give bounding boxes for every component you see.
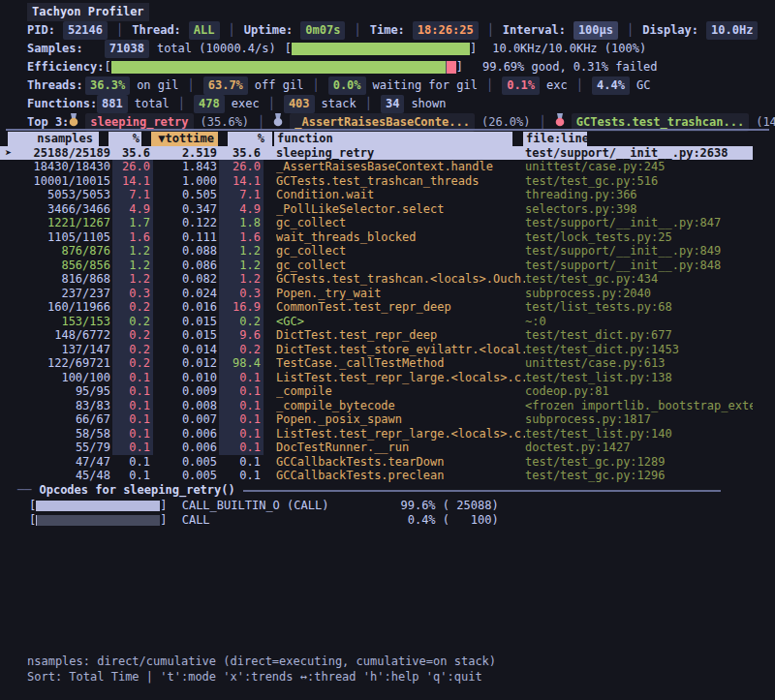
- cell-percent-direct: 14.1: [112, 174, 153, 189]
- cell-percent-cumulative: 0.2: [219, 343, 264, 357]
- cell-percent-direct: 26.0: [112, 160, 153, 174]
- cell-nsamples: 1105/1105: [0, 230, 112, 245]
- cell-gap: [264, 356, 276, 371]
- cell-percent-direct: 1.2: [112, 272, 153, 287]
- samples-line: Samples: 71038 total (10000.4/s) [] 10.0…: [27, 40, 771, 58]
- cell-percent-direct: 0.1: [112, 455, 153, 470]
- cell-percent-direct: 0.1: [112, 469, 153, 483]
- cell-percent-cumulative: 0.1: [219, 371, 264, 385]
- cell-tottime: 0.012: [153, 356, 219, 371]
- cell-percent-cumulative: 0.1: [219, 399, 264, 413]
- opcode-bar: [36, 501, 160, 511]
- cell-function-name: ListTest.test_repr_large.<locals>.c...: [276, 371, 525, 385]
- cell-gap: [264, 174, 276, 189]
- cell-tottime: 0.122: [153, 216, 219, 230]
- table-row[interactable]: 45/480.10.0050.1GCCallbackTests.preclean…: [0, 469, 753, 483]
- cell-tottime: 0.082: [153, 272, 219, 287]
- cell-percent-cumulative: 1.2: [219, 259, 264, 273]
- cell-percent-direct: 0.1: [112, 441, 153, 455]
- cell-nsamples: 25188/25189: [0, 146, 112, 161]
- cell-function-name: wait_threads_blocked: [276, 230, 525, 245]
- table-row[interactable]: 816/8681.20.0821.2GCTests.test_trashcan.…: [0, 272, 753, 287]
- header-pct1[interactable]: %: [108, 132, 141, 146]
- threads-line-label: Threads:: [27, 76, 85, 95]
- cell-function-name: DictTest.test_store_evilattr.<local...: [276, 343, 525, 357]
- table-row[interactable]: 10001/1001514.11.00014.1GCTests.test_tra…: [0, 174, 753, 189]
- table-row[interactable]: 83/830.10.0080.1_compile_bytecode<frozen…: [0, 399, 753, 413]
- cell-nsamples: 47/47: [0, 455, 112, 470]
- cell-function-name: GCCallbackTests.tearDown: [276, 455, 525, 470]
- profiler-screen: Tachyon Profiler PID:52146│Thread:ALL│Up…: [0, 0, 775, 700]
- cell-gap: [264, 469, 276, 483]
- cell-nsamples: 856/856: [0, 259, 112, 273]
- cell-file-line: test/list_tests.py:68: [525, 300, 753, 315]
- table-row[interactable]: 66/670.10.0070.1Popen._posix_spawnsubpro…: [0, 412, 753, 427]
- cell-percent-cumulative: 35.6: [219, 146, 264, 161]
- cell-percent-direct: 0.2: [112, 343, 153, 357]
- cell-tottime: 0.014: [153, 343, 219, 357]
- header-nsamples[interactable]: nsamples: [8, 132, 99, 146]
- cell-percent-direct: 1.7: [112, 216, 153, 230]
- cell-file-line: doctest.py:1427: [525, 441, 753, 455]
- table-row[interactable]: 55/790.10.0060.1DocTestRunner.__rundocte…: [0, 441, 753, 455]
- cell-tottime: 0.505: [153, 188, 219, 202]
- table-row[interactable]: 58/580.10.0060.1ListTest.test_repr_large…: [0, 427, 753, 441]
- separator: │: [576, 76, 583, 95]
- cell-function-name: _AssertRaisesBaseContext.handle: [276, 160, 525, 174]
- cell-tottime: 0.015: [153, 328, 219, 343]
- stat-text: exec: [232, 95, 260, 113]
- table-row[interactable]: 47/470.10.0050.1GCCallbackTests.tearDown…: [0, 455, 753, 470]
- table-row[interactable]: ➤25188/2518935.62.51935.6sleeping_retryt…: [0, 146, 753, 161]
- cell-function-name: TestCase._callTestMethod: [276, 356, 525, 371]
- efficiency-bar: [111, 61, 456, 74]
- cell-nsamples: 18430/18430: [0, 160, 112, 174]
- table-row[interactable]: 122/697210.20.01298.4TestCase._callTestM…: [0, 356, 753, 371]
- cell-nsamples: 55/79: [0, 441, 112, 455]
- table-row[interactable]: 95/950.10.0090.1_compilecodeop.py:81: [0, 384, 753, 399]
- cell-gap: [264, 384, 276, 399]
- table-row[interactable]: 160/119660.20.01616.9CommonTest.test_rep…: [0, 300, 753, 315]
- cell-percent-direct: 1.2: [112, 259, 153, 273]
- header-tottime-sorted[interactable]: ▼tottime: [151, 132, 218, 146]
- cell-tottime: 0.005: [153, 469, 219, 483]
- opcode-percentage: 99.6% ( 25088): [400, 499, 498, 514]
- table-row[interactable]: 3466/34664.90.3474.9_PollLikeSelector.se…: [0, 202, 753, 217]
- header-function[interactable]: function: [274, 132, 512, 146]
- separator: │: [627, 21, 634, 40]
- opcode-bar-open: [: [29, 499, 36, 514]
- cell-tottime: 0.016: [153, 300, 219, 315]
- table-row[interactable]: 876/8761.20.0881.2gc_collecttest/support…: [0, 244, 753, 259]
- header-pct2[interactable]: %: [228, 132, 272, 146]
- table-row[interactable]: 137/1470.20.0140.2DictTest.test_store_ev…: [0, 343, 753, 357]
- stat-value: 0.0%: [328, 76, 366, 95]
- cell-percent-cumulative: 1.2: [219, 272, 264, 287]
- table-row[interactable]: 1105/11051.60.1111.6wait_threads_blocked…: [0, 230, 753, 245]
- cell-percent-direct: 1.2: [112, 244, 153, 259]
- cell-gap: [264, 202, 276, 217]
- status-value: 100µs: [574, 21, 618, 40]
- cell-function-name: gc_collect: [276, 259, 525, 273]
- efficiency-line: Efficiency:[] 99.69% good, 0.31% failed: [27, 58, 771, 76]
- table-row[interactable]: 100/1000.10.0100.1ListTest.test_repr_lar…: [0, 371, 753, 385]
- cell-function-name: sleeping_retry: [276, 146, 525, 161]
- table-row[interactable]: 5053/50537.10.5057.1Condition.waitthread…: [0, 188, 753, 202]
- cell-gap: [264, 244, 276, 259]
- table-row[interactable]: 1221/12671.70.1221.8gc_collecttest/suppo…: [0, 216, 753, 230]
- cell-percent-cumulative: 14.1: [219, 174, 264, 189]
- status-value: 0m07s: [300, 21, 345, 40]
- table-row[interactable]: 148/67720.20.0159.6DictTest.test_repr_de…: [0, 328, 753, 343]
- cell-function-name: GCCallbackTests.preclean: [276, 469, 525, 483]
- cell-function-name: _PollLikeSelector.select: [276, 202, 525, 217]
- cell-file-line: unittest/case.py:245: [525, 160, 753, 174]
- cell-file-line: test/support/__init__.py:849: [525, 244, 753, 259]
- table-row[interactable]: 153/1530.20.0150.2<GC>~:0: [0, 315, 753, 329]
- opcode-bar-close: ]: [160, 513, 167, 529]
- cell-nsamples: 876/876: [0, 244, 112, 259]
- table-row[interactable]: 856/8561.20.0861.2gc_collecttest/support…: [0, 259, 753, 273]
- stat-text: exc: [546, 76, 568, 95]
- stat-value: 36.3%: [85, 76, 130, 95]
- table-row[interactable]: 237/2370.30.0240.3Popen._try_waitsubproc…: [0, 287, 753, 301]
- cell-file-line: <frozen importlib._bootstrap_externa: [525, 399, 753, 413]
- header-file-line[interactable]: file:line: [523, 132, 587, 146]
- table-row[interactable]: 18430/1843026.01.84326.0_AssertRaisesBas…: [0, 160, 753, 174]
